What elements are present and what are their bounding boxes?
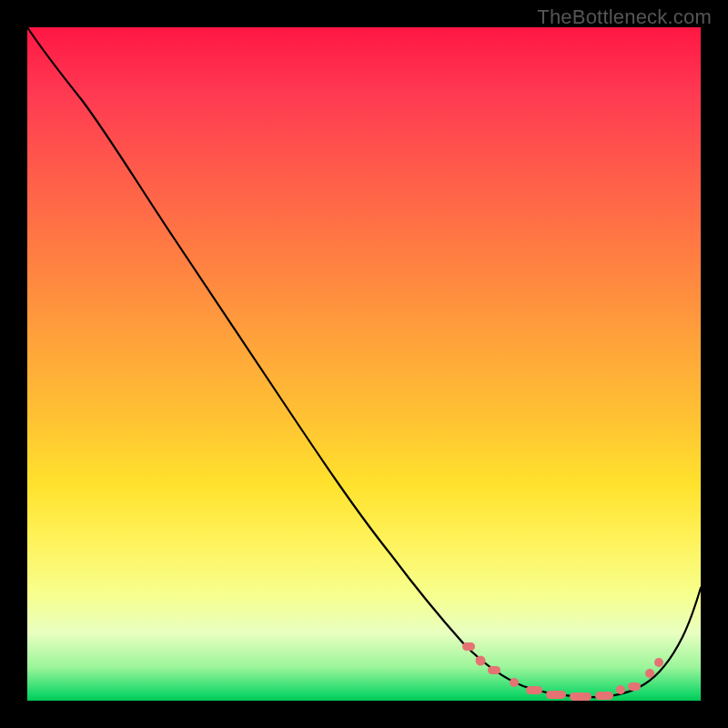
bottleneck-curve [27,27,701,697]
marker-dot [476,656,486,666]
marker-dot [654,658,663,667]
marker-pill [526,686,542,694]
marker-pill [628,682,641,691]
watermark-text: TheBottleneck.com [537,5,712,29]
plot-area [27,27,701,701]
marker-dot [645,669,654,678]
marker-pill [546,691,566,699]
marker-pill [570,693,592,701]
marker-dot [616,685,625,694]
curve-svg [27,27,701,701]
chart-frame: TheBottleneck.com [0,0,728,728]
marker-pill [488,666,500,674]
marker-dot [510,678,519,687]
marker-pill [595,692,613,700]
marker-pill [462,642,475,651]
